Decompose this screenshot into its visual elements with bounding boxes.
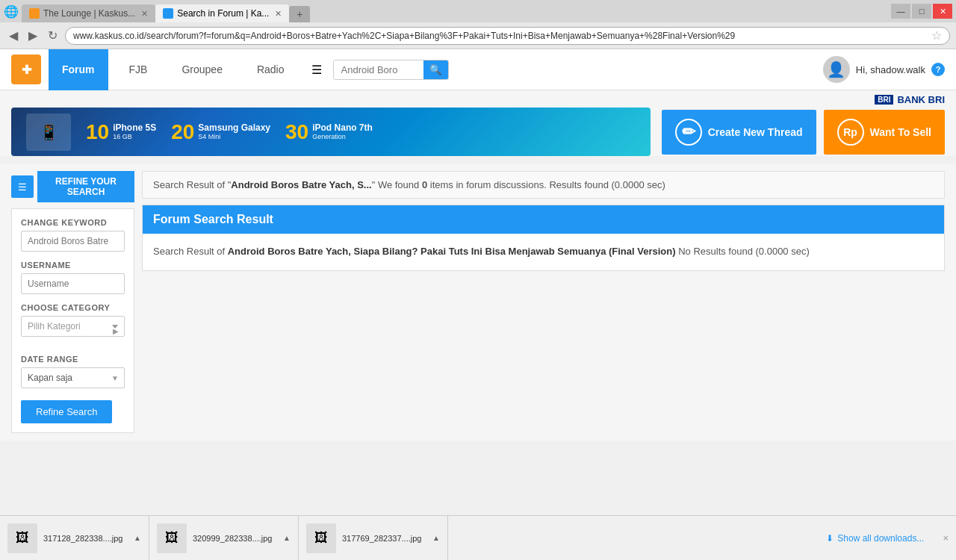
nav-forum-label: Forum bbox=[62, 63, 95, 75]
results-box: Forum Search Result Search Result of And… bbox=[142, 205, 945, 271]
notice-suffix2: items in forum discussions. Results foun… bbox=[427, 179, 665, 190]
sidebar-panel: CHANGE KEYWORD USERNAME CHOOSE CATEGORY … bbox=[11, 208, 134, 433]
result-prefix: Search Result of bbox=[153, 246, 228, 257]
username-input[interactable] bbox=[21, 273, 125, 294]
tab-favicon-1 bbox=[29, 8, 40, 19]
create-thread-label: Create New Thread bbox=[708, 126, 803, 138]
list-icon: ☰ bbox=[18, 181, 27, 193]
nav-fjb-label: FJB bbox=[129, 63, 148, 75]
bri-logo-bar: BRI BANK BRI bbox=[11, 90, 945, 108]
new-tab-button[interactable]: + bbox=[289, 6, 310, 22]
forward-button[interactable]: ▶ bbox=[25, 27, 40, 44]
header-user: 👤 Hi, shadow.walk ? bbox=[823, 56, 945, 83]
logo-icon: ✚ bbox=[22, 63, 31, 77]
user-name: Hi, shadow.walk bbox=[856, 64, 925, 75]
tab-close-2[interactable]: ✕ bbox=[275, 9, 282, 19]
nav-fjb[interactable]: FJB bbox=[116, 49, 161, 90]
close-button[interactable]: ✕ bbox=[933, 4, 952, 19]
page-content: ✚ Forum FJB Groupee Radio ☰ 🔍 👤 Hi, shad… bbox=[0, 49, 956, 441]
search-icon: 🔍 bbox=[429, 64, 442, 75]
user-avatar: 👤 bbox=[823, 56, 850, 83]
date-range-select[interactable]: Kapan saja Hari ini Minggu ini Bulan ini bbox=[21, 367, 125, 388]
bri-logo-icon: BRI bbox=[875, 95, 893, 105]
browser-tabs: The Lounge | Kaskus... ✕ Search in Forum… bbox=[22, 0, 310, 22]
search-bar: 🔍 bbox=[333, 60, 449, 80]
banner-phones: 📱 bbox=[26, 113, 71, 151]
banner-num-2: 20 bbox=[171, 120, 194, 144]
banner-image: 📱 10 iPhone 5S16 GB 20 Samsung GalaxyS4 … bbox=[11, 108, 651, 156]
browser-tab-2[interactable]: Search in Forum | Ka... ✕ bbox=[155, 4, 289, 22]
banner-num-3: 30 bbox=[285, 120, 308, 144]
results-body: Search Result of Android Boros Batre Yac… bbox=[143, 234, 944, 270]
want-to-sell-button[interactable]: Rp Want To Sell bbox=[824, 110, 945, 155]
create-thread-icon: ✏ bbox=[675, 119, 702, 146]
tab-label-2: Search in Forum | Ka... bbox=[177, 8, 269, 19]
results-header: Forum Search Result bbox=[143, 205, 944, 234]
browser-chrome: 🌐 The Lounge | Kaskus... ✕ Search in For… bbox=[0, 0, 956, 49]
category-label: CHOOSE CATEGORY bbox=[21, 303, 125, 312]
banner-desc-1: iPhone 5S16 GB bbox=[113, 122, 156, 141]
refine-search-button[interactable]: Refine Search bbox=[21, 400, 112, 423]
notice-suffix1: " We found bbox=[372, 179, 422, 190]
sidebar: ☰ REFINE YOUR SEARCH CHANGE KEYWORD USER… bbox=[11, 171, 134, 433]
search-submit-button[interactable]: 🔍 bbox=[423, 60, 448, 79]
maximize-button[interactable]: □ bbox=[912, 4, 931, 19]
search-notice: Search Result of "Android Boros Batre Ya… bbox=[142, 171, 945, 199]
category-select[interactable]: Pilih Kategori bbox=[21, 316, 125, 337]
banner-item-1: 10 iPhone 5S16 GB bbox=[86, 120, 156, 144]
sell-icon: Rp bbox=[837, 119, 864, 146]
result-text: Search Result of Android Boros Batre Yac… bbox=[153, 244, 934, 260]
action-buttons: ✏ Create New Thread Rp Want To Sell bbox=[662, 110, 945, 155]
nav-radio-label: Radio bbox=[257, 63, 285, 75]
back-button[interactable]: ◀ bbox=[6, 27, 21, 44]
kaskus-logo[interactable]: ✚ bbox=[11, 55, 41, 84]
create-new-thread-button[interactable]: ✏ Create New Thread bbox=[662, 110, 816, 155]
bookmark-star[interactable]: ☆ bbox=[931, 28, 942, 43]
window-controls: — □ ✕ bbox=[891, 4, 952, 19]
banner-content: 📱 10 iPhone 5S16 GB 20 Samsung GalaxyS4 … bbox=[11, 113, 651, 151]
tab-favicon-2 bbox=[163, 8, 173, 19]
notice-query: Android Boros Batre Yach, S... bbox=[231, 179, 371, 190]
browser-system-icon: 🌐 bbox=[4, 4, 19, 19]
menu-icon[interactable]: ☰ bbox=[311, 63, 322, 77]
date-dropdown-icon: ▼ bbox=[111, 374, 119, 382]
browser-tab-1[interactable]: The Lounge | Kaskus... ✕ bbox=[22, 4, 155, 22]
banner-wrapper: BRI BANK BRI 📱 10 iPhone 5S16 GB 20 Sams… bbox=[0, 90, 956, 156]
nav-groupee[interactable]: Groupee bbox=[168, 49, 235, 90]
notice-prefix: Search Result of " bbox=[153, 179, 231, 190]
refine-your-search-button[interactable]: REFINE YOUR SEARCH bbox=[37, 171, 134, 202]
banner-item-3: 30 iPod Nano 7thGeneration bbox=[285, 120, 373, 144]
username-label: USERNAME bbox=[21, 261, 125, 270]
banner-item-2: 20 Samsung GalaxyS4 Mini bbox=[171, 120, 270, 144]
banner-num-1: 10 bbox=[86, 120, 109, 144]
tab-close-1[interactable]: ✕ bbox=[141, 9, 148, 19]
sidebar-toggle[interactable]: ☰ bbox=[11, 175, 34, 198]
change-keyword-label: CHANGE KEYWORD bbox=[21, 218, 125, 227]
banner-desc-3: iPod Nano 7thGeneration bbox=[312, 122, 373, 141]
minimize-button[interactable]: — bbox=[891, 4, 910, 19]
main-area: ☰ REFINE YOUR SEARCH CHANGE KEYWORD USER… bbox=[0, 164, 956, 441]
nav-forum[interactable]: Forum bbox=[49, 49, 108, 90]
results-area: Search Result of "Android Boros Batre Ya… bbox=[142, 171, 945, 433]
kaskus-header: ✚ Forum FJB Groupee Radio ☰ 🔍 👤 Hi, shad… bbox=[0, 49, 956, 90]
banner-desc-2: Samsung GalaxyS4 Mini bbox=[198, 122, 270, 141]
browser-toolbar: ◀ ▶ ↻ www.kaskus.co.id/search/forum?f=fo… bbox=[0, 22, 956, 49]
search-input[interactable] bbox=[334, 60, 423, 79]
date-range-label: DATE RANGE bbox=[21, 355, 125, 364]
address-text: www.kaskus.co.id/search/forum?f=forum&q=… bbox=[73, 31, 928, 41]
reload-button[interactable]: ↻ bbox=[45, 27, 60, 44]
address-bar[interactable]: www.kaskus.co.id/search/forum?f=forum&q=… bbox=[65, 27, 950, 45]
tab-label-1: The Lounge | Kaskus... bbox=[43, 8, 135, 19]
date-range-wrapper: Kapan saja Hari ini Minggu ini Bulan ini… bbox=[21, 367, 125, 388]
browser-title-bar: 🌐 The Lounge | Kaskus... ✕ Search in For… bbox=[0, 0, 956, 22]
avatar-icon: 👤 bbox=[827, 60, 845, 78]
refine-header: ☰ REFINE YOUR SEARCH bbox=[11, 171, 134, 202]
result-suffix: No Results found (0.0000 sec) bbox=[676, 246, 810, 257]
keyword-input[interactable] bbox=[21, 231, 125, 252]
result-query: Android Boros Batre Yach, Siapa Bilang? … bbox=[228, 246, 676, 257]
nav-groupee-label: Groupee bbox=[181, 63, 222, 75]
help-button[interactable]: ? bbox=[931, 63, 945, 76]
bri-logo-text: BANK BRI bbox=[897, 94, 945, 105]
nav-radio[interactable]: Radio bbox=[243, 49, 298, 90]
sell-label: Want To Sell bbox=[870, 126, 931, 138]
